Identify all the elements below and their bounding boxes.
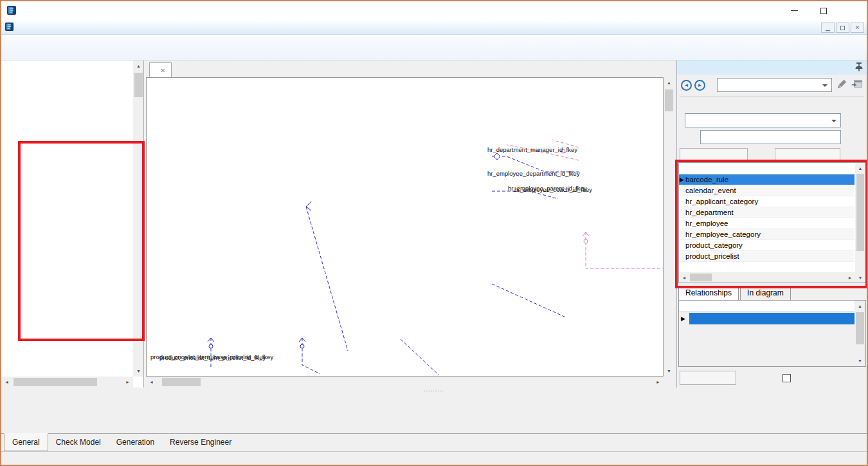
- canvas-horizontal-scrollbar[interactable]: ◄ ►: [146, 377, 664, 387]
- tab-relationships[interactable]: Relationships: [678, 286, 739, 300]
- search-row: [681, 130, 841, 144]
- app-window: ▁ ✕ ▲ ▼ ◄ ►: [0, 0, 868, 466]
- mdi-restore-icon: [840, 26, 845, 30]
- scroll-up-icon[interactable]: ▲: [855, 163, 865, 173]
- minimize-button[interactable]: [780, 1, 809, 20]
- data-model-browser-panel: ◄ ►: [676, 61, 867, 387]
- pin-icon[interactable]: [855, 62, 863, 73]
- table-caption-row-hr_applicant_category[interactable]: hr_applicant_category: [679, 196, 854, 207]
- scroll-down-icon[interactable]: ▼: [854, 355, 865, 366]
- bottom-tab-reverse-engineer[interactable]: Reverse Engineer: [162, 434, 239, 451]
- display-objects-row: [681, 113, 841, 127]
- tab-in-diagram[interactable]: In diagram: [740, 286, 791, 300]
- maximize-button[interactable]: [809, 1, 838, 20]
- sidebar-horizontal-scrollbar[interactable]: ◄ ►: [1, 377, 133, 387]
- panel-header: [677, 61, 867, 75]
- table-caption-row-product_category[interactable]: product_category: [679, 240, 854, 251]
- app-icon: [6, 5, 17, 17]
- locate-in-diagram-icon[interactable]: [851, 79, 863, 92]
- menu-bar: ▁ ✕: [1, 21, 867, 35]
- tab-close-icon[interactable]: ✕: [160, 67, 165, 74]
- scroll-thumb[interactable]: [665, 89, 673, 111]
- scroll-down-icon[interactable]: ▼: [133, 366, 144, 377]
- scroll-thumb[interactable]: [690, 274, 712, 281]
- relationships-tabs: RelationshipsIn diagram: [678, 286, 792, 300]
- maximize-icon: [820, 8, 827, 14]
- scroll-thumb[interactable]: [162, 378, 201, 386]
- scroll-left-icon[interactable]: ◄: [679, 272, 689, 283]
- bottom-panel: [1, 395, 867, 433]
- scroll-right-icon[interactable]: ►: [122, 377, 133, 387]
- table-caption-row-barcode_rule[interactable]: barcode_rule: [679, 174, 854, 185]
- table-caption-list: barcode_rulecalendar_eventhr_applicant_c…: [678, 162, 866, 283]
- hide-objects-checkbox[interactable]: [782, 374, 791, 382]
- table-caption-row-hr_department[interactable]: hr_department: [679, 207, 854, 218]
- toolbar: [1, 35, 867, 61]
- mdi-minimize-button[interactable]: ▁: [821, 23, 835, 33]
- scroll-down-icon[interactable]: ▼: [664, 366, 674, 377]
- mdi-restore-button[interactable]: [836, 23, 849, 33]
- hide-objects-row: [782, 372, 865, 384]
- document-icon: [5, 22, 14, 33]
- bottom-tab-general[interactable]: General: [4, 433, 48, 451]
- mdi-controls: ▁ ✕: [821, 23, 864, 33]
- minimize-icon: [791, 10, 798, 11]
- scroll-left-icon[interactable]: ◄: [146, 377, 157, 387]
- clear-search-button[interactable]: [775, 148, 840, 162]
- selected-row-marker: ▶: [681, 315, 685, 322]
- diagram-tabstrip: ✕: [144, 61, 676, 77]
- relationship-label: product_pricelist_item_pricelist_id_fkey: [159, 354, 266, 361]
- selected-row-marker: ▶: [680, 176, 684, 183]
- table-caption-row-calendar_event[interactable]: calendar_event: [679, 185, 854, 196]
- display-objects-select[interactable]: [685, 113, 841, 127]
- tab-all-items[interactable]: ✕: [149, 62, 172, 77]
- scroll-thumb[interactable]: [134, 73, 143, 97]
- diagram-area: ✕: [144, 61, 676, 387]
- scroll-thumb[interactable]: [856, 312, 864, 344]
- scroll-up-icon[interactable]: ▲: [664, 77, 674, 88]
- search-input[interactable]: [700, 130, 841, 144]
- chevron-down-icon: [831, 120, 836, 122]
- edit-pencil-icon[interactable]: [836, 79, 847, 92]
- table-caption-row-hr_employee[interactable]: hr_employee: [679, 218, 854, 229]
- scroll-up-icon[interactable]: ▲: [854, 301, 865, 312]
- list-header: [679, 163, 865, 174]
- sidebar-vertical-scrollbar[interactable]: ▲ ▼: [133, 61, 144, 377]
- main-area: ▲ ▼ ◄ ► ✕: [1, 61, 867, 387]
- collapse-panel-button[interactable]: [680, 371, 736, 385]
- list-horizontal-scrollbar[interactable]: ◄ ►: [679, 272, 855, 283]
- scroll-down-icon[interactable]: ▼: [855, 272, 865, 283]
- relationship-label: hr_employee_coach_id_fkey: [514, 186, 592, 193]
- back-icon[interactable]: ◄: [681, 80, 692, 91]
- horizontal-splitter[interactable]: .........: [1, 387, 867, 395]
- scroll-right-icon[interactable]: ►: [845, 272, 855, 283]
- relationship-label: hr_department_manager_id_fkey: [487, 146, 577, 153]
- scroll-thumb[interactable]: [14, 378, 97, 386]
- close-button[interactable]: [838, 1, 867, 20]
- counts-row: [681, 100, 863, 111]
- table-caption-row-product_pricelist[interactable]: product_pricelist: [679, 251, 854, 262]
- mdi-close-button[interactable]: ✕: [851, 23, 864, 33]
- chevron-down-icon: [822, 84, 827, 87]
- entity-nav-row: ◄ ►: [677, 77, 867, 93]
- table-caption-row-hr_employee_category[interactable]: hr_employee_category: [679, 229, 854, 240]
- scroll-right-icon[interactable]: ►: [653, 377, 664, 387]
- bottom-tab-generation[interactable]: Generation: [109, 434, 162, 451]
- selected-relationship-row[interactable]: [689, 313, 854, 324]
- grid-vertical-scrollbar[interactable]: ▲ ▼: [854, 301, 865, 366]
- scroll-left-icon[interactable]: ◄: [1, 377, 12, 387]
- divider: [680, 97, 864, 97]
- status-bar: [1, 451, 867, 465]
- scroll-thumb[interactable]: [856, 174, 864, 251]
- canvas-vertical-scrollbar[interactable]: ▲ ▼: [664, 77, 674, 377]
- bottom-tab-check-model[interactable]: Check Model: [48, 434, 109, 451]
- scroll-up-icon[interactable]: ▲: [133, 61, 144, 71]
- table-select[interactable]: [717, 78, 832, 92]
- relationship-label: hr_employee_department_id_fkey: [487, 170, 580, 177]
- title-bar: [1, 1, 867, 21]
- advanced-search-button[interactable]: [680, 148, 748, 162]
- diagram-canvas[interactable]: hr_department_manager_id_fkeyhr_employee…: [146, 77, 664, 377]
- list-vertical-scrollbar[interactable]: ▲ ▼: [855, 163, 865, 283]
- forward-icon[interactable]: ►: [694, 80, 705, 91]
- relationship-lines: [147, 78, 664, 377]
